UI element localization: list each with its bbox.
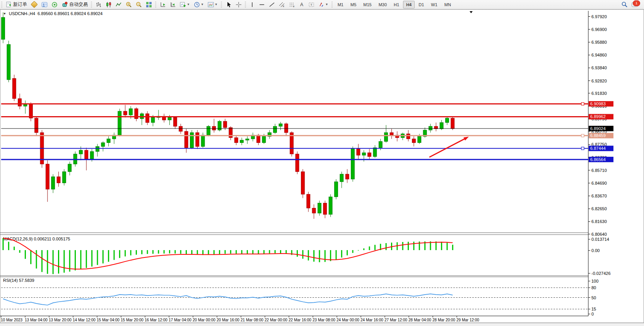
new-order-icon bbox=[6, 2, 12, 7]
timeframe-w1[interactable]: W1 bbox=[428, 1, 441, 9]
svg-text:E: E bbox=[283, 5, 284, 7]
period-button[interactable]: ▼ bbox=[192, 0, 205, 9]
add-indicator-icon bbox=[180, 2, 186, 8]
timeframe-h1[interactable]: H1 bbox=[391, 1, 402, 9]
community-button[interactable] bbox=[40, 0, 49, 9]
vertical-line-icon bbox=[249, 2, 255, 8]
fibonacci-icon: F bbox=[289, 2, 295, 8]
add-indicator-button[interactable]: ▼ bbox=[178, 0, 191, 9]
clock-icon bbox=[194, 2, 200, 8]
line-chart-icon bbox=[116, 2, 122, 8]
chart-title: ▼ USDCNH-,H4 6.89560 6.89601 6.89024 6.8… bbox=[3, 11, 102, 16]
toolbar-grip bbox=[155, 2, 156, 8]
chart-menu-icon[interactable]: ▼ bbox=[3, 12, 6, 15]
timeframe-m5[interactable]: M5 bbox=[347, 1, 359, 9]
search-icon bbox=[621, 1, 628, 8]
channel-button[interactable]: E bbox=[277, 0, 287, 9]
window-bottom-strip bbox=[0, 323, 644, 326]
horizontal-line-icon bbox=[259, 2, 265, 8]
chevron-down-icon: ▼ bbox=[201, 3, 204, 6]
notifications-button[interactable]: 1 bbox=[630, 0, 640, 9]
arrows-button[interactable]: ▼ bbox=[317, 0, 330, 9]
text-button[interactable]: A bbox=[297, 0, 306, 9]
zoom-out-button[interactable] bbox=[134, 0, 143, 9]
svg-text:F: F bbox=[293, 5, 295, 8]
chevron-down-icon: ▼ bbox=[187, 3, 190, 6]
rsi-label: RSI(14) 57.5839 bbox=[3, 278, 34, 283]
toolbar-grip bbox=[245, 2, 246, 8]
trendline-button[interactable] bbox=[267, 0, 277, 9]
text-icon: A bbox=[299, 2, 304, 8]
cursor-icon bbox=[225, 2, 232, 8]
new-order-button[interactable]: 新订单 bbox=[4, 0, 29, 9]
timeframe-mn[interactable]: MN bbox=[441, 1, 454, 9]
arrows-icon bbox=[318, 2, 325, 8]
bar-chart-icon bbox=[96, 2, 102, 8]
fibonacci-button[interactable]: F bbox=[287, 0, 297, 9]
top-toolbar: 新订单 自动交易 ▼ ▼ bbox=[0, 0, 644, 9]
line-chart-button[interactable] bbox=[114, 0, 123, 9]
candlestick-chart-button[interactable] bbox=[104, 0, 113, 9]
timeframe-h4[interactable]: H4 bbox=[403, 1, 415, 9]
trendline-icon bbox=[269, 2, 275, 8]
tile-windows-icon bbox=[146, 2, 152, 8]
macd-name: MACD(12,26,9) bbox=[3, 237, 32, 241]
template-button[interactable]: ▼ bbox=[206, 0, 219, 9]
zoom-in-button[interactable] bbox=[124, 0, 133, 9]
crosshair-button[interactable] bbox=[234, 0, 243, 9]
vertical-line-button[interactable] bbox=[248, 0, 256, 9]
notification-badge: 1 bbox=[633, 0, 640, 6]
timeframe-d1[interactable]: D1 bbox=[415, 1, 427, 9]
tile-windows-button[interactable] bbox=[144, 0, 154, 9]
arrange-back-icon bbox=[170, 2, 176, 8]
crosshair-icon bbox=[236, 2, 242, 8]
text-label-icon: T bbox=[308, 2, 314, 8]
chart-quotes: 6.89560 6.89601 6.89024 6.89024 bbox=[38, 11, 102, 16]
signals-button[interactable] bbox=[50, 0, 59, 9]
chart-symbol-period: USDCNH-,H4 bbox=[9, 11, 35, 16]
toolbar-grip bbox=[1, 2, 2, 8]
toolbar-grip bbox=[91, 2, 92, 8]
profile-icon bbox=[41, 2, 48, 8]
new-order-label: 新订单 bbox=[13, 1, 27, 8]
zoom-out-icon bbox=[136, 2, 142, 8]
auto-trading-label: 自动交易 bbox=[69, 1, 88, 8]
zoom-in-icon bbox=[126, 2, 132, 8]
macd-values: 0.006211 0.005175 bbox=[34, 237, 70, 241]
signal-icon bbox=[51, 2, 58, 8]
search-button[interactable] bbox=[620, 0, 629, 9]
svg-text:A: A bbox=[300, 2, 303, 7]
chevron-down-icon: ▼ bbox=[215, 3, 218, 6]
chart-window bbox=[0, 9, 644, 323]
chevron-down-icon: ▼ bbox=[325, 3, 328, 6]
rsi-name: RSI(14) bbox=[3, 278, 18, 283]
auto-trading-button[interactable]: 自动交易 bbox=[60, 0, 89, 9]
timeframe-m15[interactable]: M15 bbox=[360, 1, 374, 9]
template-icon bbox=[208, 2, 214, 8]
arrange-forward-button[interactable] bbox=[158, 0, 167, 9]
arrange-back-button[interactable] bbox=[168, 0, 178, 9]
toolbar-grip bbox=[221, 2, 222, 8]
chat-icon: 1 bbox=[632, 2, 639, 8]
timeframe-m1[interactable]: M1 bbox=[335, 1, 347, 9]
macd-label: MACD(12,26,9) 0.006211 0.005175 bbox=[3, 237, 70, 241]
toolbar-grip bbox=[331, 2, 333, 8]
horizontal-line-button[interactable] bbox=[257, 0, 266, 9]
arrange-forward-icon bbox=[160, 2, 166, 8]
bar-chart-button[interactable] bbox=[94, 0, 103, 9]
channel-icon: E bbox=[279, 2, 285, 8]
candlestick-chart-icon bbox=[106, 2, 112, 8]
svg-text:T: T bbox=[310, 3, 312, 7]
text-label-button[interactable]: T bbox=[307, 0, 316, 9]
cursor-button[interactable] bbox=[224, 0, 233, 9]
timeframe-m30[interactable]: M30 bbox=[376, 1, 390, 9]
rsi-value: 57.5839 bbox=[19, 278, 34, 283]
auto-trading-icon bbox=[61, 2, 68, 8]
market-button[interactable] bbox=[29, 0, 39, 9]
market-diamond-icon bbox=[31, 1, 38, 8]
